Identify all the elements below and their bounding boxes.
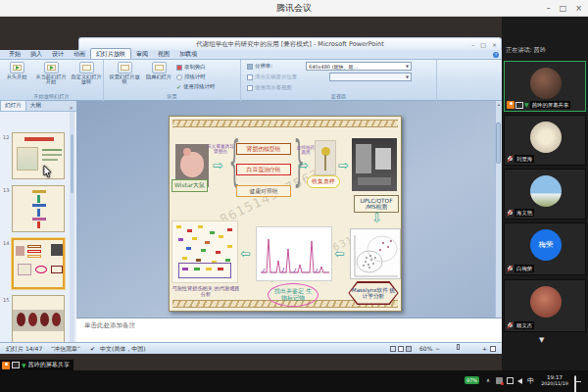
masslynx-hex-shape: Masslynx软件 统计学分析 [342, 281, 405, 305]
avatar [530, 175, 562, 207]
tab-insert[interactable]: 插入 [25, 49, 47, 59]
hide-slide-button[interactable]: 隐藏幻灯片 [145, 62, 172, 79]
notes-pane[interactable]: 单击此处添加备注 [76, 318, 502, 342]
participant-name: 白梅荣 [514, 265, 534, 272]
download-arrow-icon: ▼ [22, 362, 26, 369]
show-on-monitor-dropdown[interactable]: ▼ [329, 73, 412, 81]
windows-taskbar: b e 97% ∧ 中 19:17 2020/11/19 [0, 370, 588, 392]
close-pane-icon[interactable]: × [66, 105, 76, 111]
speaker-icon[interactable] [517, 378, 522, 384]
screen-share-banner: ▼ 茜吟的屏幕共享 [0, 360, 74, 370]
chromatogram-image [256, 226, 332, 281]
zoom-slider-thumb[interactable] [457, 344, 460, 350]
record-narration-item[interactable]: 录制旁白 [176, 64, 206, 71]
meeting-titlebar: 腾讯会议 – □ × [0, 0, 588, 17]
slide-border-top [172, 120, 398, 127]
outline-tab[interactable]: 大纲 [26, 101, 45, 111]
share-banner-text: 茜吟的屏幕共享 [28, 361, 70, 369]
help-icon[interactable]: ? [493, 52, 499, 58]
from-current-slide-button[interactable]: 从当前幻灯片开始 [33, 62, 69, 85]
avatar [530, 68, 562, 99]
tray-display-icon[interactable] [507, 377, 514, 384]
clock[interactable]: 19:17 2020/11/19 [539, 374, 570, 387]
left-arrow-icon: ⇦ [334, 248, 345, 260]
tray-app-icon[interactable] [496, 377, 503, 384]
download-arrow-icon: ▼ [524, 101, 529, 109]
rehearse-timings-item[interactable]: 排练计时 [176, 74, 206, 80]
view-sorter-icon[interactable] [398, 346, 404, 353]
participant-tile[interactable]: 刘景海 [504, 115, 586, 166]
slides-tab[interactable]: 幻灯片 [0, 100, 26, 111]
thumb-number: 14 [3, 240, 9, 246]
presenter-view-checkbox[interactable]: 使用演示者视图 [247, 84, 292, 91]
slide-thumbnail-15[interactable] [12, 295, 65, 342]
ppt-maximize-button[interactable]: □ [480, 41, 486, 48]
participant-tile[interactable]: 顾文杰 [504, 279, 586, 332]
slide-thumbnail-14-selected[interactable] [12, 238, 65, 289]
view-slideshow-icon[interactable] [406, 346, 412, 353]
meeting-maximize-button[interactable]: □ [560, 4, 567, 13]
meeting-close-button[interactable]: × [575, 4, 582, 13]
right-arrow-icon: ⇨ [338, 160, 349, 172]
setup-slideshow-button[interactable]: 设置幻灯片放映 [108, 62, 141, 85]
show-on-monitor-label: 演示文稿显示位置 [247, 74, 297, 80]
thumb-number: 12 [3, 134, 9, 140]
monitor-icon [247, 74, 253, 80]
brace-open: { [228, 134, 240, 188]
participant-tile[interactable]: 梅荣 白梅荣 [504, 222, 586, 275]
current-slide-canvas[interactable]: 8615149975631 8615149975631 Wistar大鼠 庆大霉… [169, 116, 402, 312]
treatment-group-box: 白豆蔻治疗组 [236, 164, 291, 175]
more-participants-button[interactable]: ▼ [539, 336, 544, 344]
participant-tile[interactable]: 海文艳 [504, 169, 586, 220]
tab-view[interactable]: 视图 [153, 49, 174, 59]
tab-design[interactable]: 设计 [47, 49, 69, 59]
ribbon: 从头开始 从当前幻灯片开始 自定义幻灯片放映 开始放映幻灯片 设置幻灯片放映 隐… [0, 60, 502, 101]
custom-slideshow-button[interactable]: 自定义幻灯片放映 [71, 62, 102, 85]
ime-indicator[interactable]: 中 [527, 376, 534, 386]
left-pane-tabs: 幻灯片 大纲 × [0, 101, 76, 112]
shared-screen-area: 代谢组学在中药研究中的应用 [兼容模式] - Microsoft PowerPo… [0, 17, 502, 370]
ppt-statusbar: 幻灯片 14/47 “冲信黑章” ✔ 中文(简体，中国) 60% − + [0, 342, 502, 354]
rehearse-timings-icon [176, 74, 182, 80]
ppt-minimize-button[interactable]: – [471, 41, 474, 48]
use-rehearsed-timings-checkbox[interactable]: ✓ 使用排练计时 [176, 83, 215, 90]
tab-home[interactable]: 开始 [4, 49, 25, 59]
hidden-icons-chevron[interactable]: ∧ [486, 377, 490, 383]
resolution-dropdown[interactable]: 640x480 (最快、最... ▼ [306, 62, 412, 71]
muted-mic-icon [507, 265, 514, 272]
ppt-close-button[interactable]: × [492, 41, 497, 48]
collect-sample-oval: 收集血样 [307, 175, 340, 188]
notification-center-icon[interactable] [574, 375, 576, 392]
rat-group-label: Wistar大鼠 [172, 179, 208, 192]
chevron-down-icon: ▼ [406, 64, 409, 69]
spellcheck-icon: ✔ [90, 345, 95, 352]
from-beginning-button[interactable]: 从头开始 [3, 62, 30, 79]
battery-indicator[interactable]: 97% [465, 376, 479, 384]
slide-scrollbar-thumb[interactable] [496, 122, 501, 164]
screen-share-icon [515, 102, 523, 109]
participant-tile-sharer[interactable]: ▼ 茜吟的屏幕共享 [504, 61, 586, 112]
meeting-minimize-button[interactable]: – [547, 4, 551, 13]
tab-addins[interactable]: 加载项 [174, 49, 202, 59]
pathway-diagram [172, 220, 238, 283]
zoom-out-button[interactable]: − [435, 345, 440, 352]
slide-thumbnail-13[interactable] [12, 185, 65, 232]
slide-thumbnail-12[interactable] [12, 132, 65, 179]
hide-slide-icon [152, 62, 167, 74]
setup-slideshow-icon [118, 62, 132, 74]
mass-spectrometer-photo [352, 138, 397, 191]
thumbnail-scrollbar-thumb[interactable] [71, 134, 74, 193]
tab-slideshow[interactable]: 幻灯片放映 [90, 48, 131, 59]
participants-panel: 正在讲话: 茜吟 ▼ 茜吟的屏幕共享 刘景海 海文艳 梅荣 白梅荣 [502, 17, 588, 370]
fit-to-window-icon[interactable] [490, 346, 496, 353]
tab-review[interactable]: 审阅 [131, 49, 153, 59]
check-icon: ✓ [176, 83, 181, 90]
record-narration-icon [176, 65, 182, 71]
monitor-icon [247, 64, 253, 70]
presenter-icon [507, 101, 514, 109]
chevron-down-icon: ▼ [406, 74, 409, 79]
left-arrow-icon: ⇦ [240, 248, 251, 260]
tab-animations[interactable]: 动画 [69, 49, 90, 59]
zoom-in-button[interactable]: + [482, 345, 487, 352]
view-normal-icon[interactable] [390, 346, 396, 353]
